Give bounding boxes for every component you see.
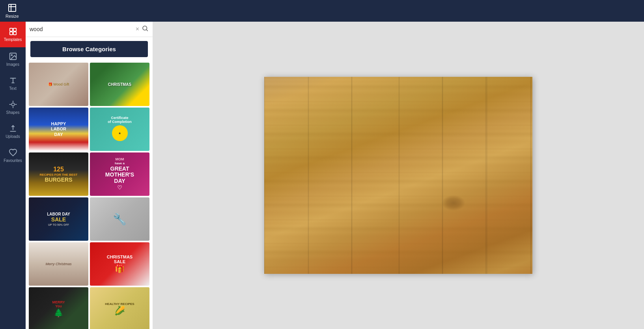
template-thumb-11[interactable]: MERRYYou 🌲	[29, 287, 88, 329]
svg-rect-2	[13, 28, 16, 31]
template-thumb-7[interactable]: LABOR DAY SALE UP TO 50% OFF	[29, 197, 88, 241]
template-thumb-2[interactable]: CHRISTMAS	[90, 63, 149, 106]
template-thumb-1[interactable]: 🎁 Wood Gift	[29, 63, 88, 106]
svg-point-7	[11, 103, 14, 106]
svg-point-6	[11, 54, 12, 56]
search-input[interactable]	[30, 26, 133, 32]
templates-grid: 🎁 Wood Gift CHRISTMAS HAPPYLABORDAY Cert…	[26, 61, 153, 329]
sidebar-shapes-label: Shapes	[6, 110, 20, 115]
sidebar-favourites-label: Favourites	[4, 158, 22, 163]
browse-categories-button[interactable]: Browse Categories	[30, 41, 148, 57]
svg-rect-0	[9, 4, 16, 11]
template-thumb-12[interactable]: HEALTHY RECIPES 🌽	[90, 287, 149, 329]
template-thumb-8[interactable]: 🔧	[90, 197, 149, 241]
template-thumb-9[interactable]: Merry Christmas	[29, 242, 88, 286]
svg-rect-3	[9, 32, 12, 35]
sidebar-templates-label: Templates	[4, 37, 22, 42]
sidebar-item-favourites[interactable]: Favourites	[0, 143, 26, 167]
template-thumb-6[interactable]: MOM have a GREATMOTHER'SDAY ♡	[90, 152, 149, 196]
main-layout: Templates Images Text Shapes	[0, 22, 644, 329]
sidebar-images-label: Images	[6, 62, 19, 67]
template-thumb-3[interactable]: HAPPYLABORDAY	[29, 108, 88, 151]
template-thumb-5[interactable]: 125 RECIPES FOR THE BEST BURGERS	[29, 152, 88, 196]
sidebar-item-uploads[interactable]: Uploads	[0, 119, 26, 143]
template-thumb-10[interactable]: CHRISTMASSALE 🎁	[90, 242, 149, 286]
template-thumb-4[interactable]: Certificateof Completion ★	[90, 108, 149, 151]
sidebar-icons: Templates Images Text Shapes	[0, 22, 26, 329]
search-bar: ×	[26, 22, 153, 37]
search-clear-icon[interactable]: ×	[136, 26, 139, 33]
sidebar-uploads-label: Uploads	[6, 134, 20, 139]
sidebar-item-text[interactable]: Text	[0, 71, 26, 95]
svg-rect-4	[13, 32, 16, 35]
canvas-area	[153, 22, 644, 329]
search-icon[interactable]	[142, 25, 149, 33]
svg-point-8	[143, 26, 147, 30]
sidebar-item-images[interactable]: Images	[0, 47, 26, 71]
resize-button[interactable]: Resize	[6, 3, 19, 19]
sidebar-text-label: Text	[9, 86, 16, 91]
resize-label: Resize	[6, 14, 19, 19]
sidebar-item-templates[interactable]: Templates	[0, 22, 26, 47]
templates-panel: × Browse Categories 🎁 Wood Gift CHRISTMA…	[26, 22, 153, 329]
sidebar-item-shapes[interactable]: Shapes	[0, 95, 26, 119]
wood-canvas[interactable]	[264, 77, 532, 274]
top-bar: Resize	[0, 0, 644, 22]
svg-rect-1	[9, 28, 12, 31]
